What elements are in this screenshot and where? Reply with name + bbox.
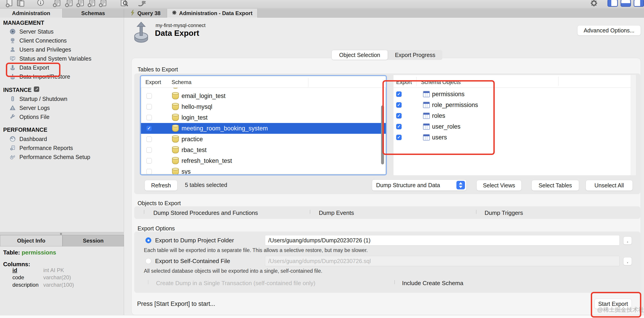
table-row-selected[interactable]: meeting_room_booking_system	[141, 123, 386, 134]
connection-icon[interactable]	[137, 0, 146, 8]
gear-icon[interactable]	[589, 0, 598, 7]
dump-folder-path-input[interactable]: /Users/guang/dumps/Dump20230726 (1)	[265, 235, 620, 245]
schema-name: sys	[182, 168, 191, 174]
export-checkbox[interactable]	[146, 158, 152, 163]
select-tables-button[interactable]: Select Tables	[532, 180, 579, 191]
export-checkbox[interactable]	[396, 102, 402, 108]
table-row[interactable]: email_login_test	[141, 91, 386, 101]
export-checkbox[interactable]	[146, 147, 152, 153]
sidebar-item-performance-schema-setup[interactable]: Performance Schema Setup	[0, 153, 124, 161]
table-row[interactable]: rbac_test	[141, 145, 386, 156]
export-checkbox[interactable]	[146, 169, 152, 174]
create-function-icon[interactable]	[98, 0, 107, 8]
toggle-right-panel-icon[interactable]	[634, 0, 644, 7]
editor-tab-query[interactable]: Query 38	[124, 9, 167, 17]
dump-type-dropdown[interactable]: Dump Structure and Data	[372, 179, 466, 191]
info-icon[interactable]	[36, 0, 45, 8]
new-sql-tab-icon[interactable]	[5, 0, 14, 8]
sidebar-item-server-status[interactable]: Server Status	[0, 27, 124, 36]
columns-label: Columns:	[3, 261, 30, 268]
export-checkbox[interactable]	[396, 113, 402, 119]
table-name: permissions	[22, 249, 56, 256]
column-header-schema-objects: Schema Objects	[421, 79, 461, 85]
table-row[interactable]: sys	[141, 166, 386, 174]
table-row[interactable]: practice	[141, 134, 386, 145]
tab-object-info[interactable]: Object Info	[0, 235, 62, 246]
sidebar-item-startup-shutdown[interactable]: Startup / Shutdown	[0, 94, 124, 103]
splitter-handle[interactable]	[60, 233, 62, 235]
tables-list-header: Export Schema	[141, 76, 386, 88]
dump-stored-procedures-checkbox[interactable]	[144, 210, 144, 214]
schema-object-row[interactable]: users	[394, 132, 636, 143]
table-row[interactable]: login_test	[141, 112, 386, 123]
table-row[interactable]: refresh_token_test	[141, 156, 386, 166]
create-procedure-icon[interactable]	[87, 0, 96, 8]
advanced-options-button[interactable]: Advanced Options...	[577, 25, 641, 36]
sidebar-item-label: Data Export	[20, 64, 49, 71]
objects-to-export-label: Objects to Export	[138, 200, 181, 206]
dump-events-checkbox[interactable]	[310, 210, 310, 214]
export-to-folder-radio[interactable]	[146, 237, 151, 243]
unselect-all-button[interactable]: Unselect All	[586, 180, 633, 191]
play-circle-icon	[10, 28, 16, 35]
sidebar-item-data-import-restore[interactable]: Data Import/Restore	[0, 72, 124, 81]
tab-session[interactable]: Session	[62, 235, 124, 246]
export-checkbox[interactable]	[396, 135, 402, 140]
schema-icon	[172, 93, 179, 99]
schema-objects-scrollbar-track[interactable]	[631, 75, 636, 175]
toggle-bottom-panel-icon[interactable]	[620, 0, 631, 7]
select-views-button[interactable]: Select Views	[476, 180, 522, 191]
sidebar-item-performance-reports[interactable]: Performance Reports	[0, 144, 124, 153]
sidebar-item-users-and-privileges[interactable]: Users and Privileges	[0, 45, 124, 54]
export-checkbox[interactable]	[146, 126, 152, 131]
file-option-note: All selected database objects will be ex…	[144, 268, 322, 274]
sidebar-tab-schemas[interactable]: Schemas	[62, 9, 124, 17]
schema-object-row[interactable]: user_roles	[394, 121, 636, 132]
table-icon	[423, 134, 430, 141]
tables-list[interactable]: email_login_test hello-mysql login_test …	[140, 75, 387, 175]
dump-triggers-checkbox[interactable]	[476, 210, 476, 214]
warning-triangle-icon	[10, 105, 16, 111]
tab-export-progress[interactable]: Export Progress	[388, 50, 442, 60]
sidebar-splitter[interactable]	[0, 232, 124, 235]
refresh-button[interactable]: Refresh	[144, 180, 178, 191]
export-checkbox[interactable]	[146, 93, 152, 99]
open-script-icon[interactable]	[16, 0, 25, 8]
sidebar-item-options-file[interactable]: Options File	[0, 112, 124, 121]
tab-strip: Administration Schemas Query 38 Administ…	[0, 9, 644, 17]
tab-object-selection[interactable]: Object Selection	[332, 50, 388, 60]
sidebar-item-status-system-variables[interactable]: Status and System Variables	[0, 54, 124, 63]
sidebar-item-data-export[interactable]: Data Export	[0, 63, 124, 72]
schema-object-row[interactable]: permissions	[394, 89, 636, 100]
export-checkbox[interactable]	[396, 91, 402, 97]
sidebar-item-dashboard[interactable]: Dashboard	[0, 135, 124, 144]
export-checkbox[interactable]	[146, 137, 152, 142]
sidebar-tab-administration[interactable]: Administration	[0, 9, 62, 17]
dump-file-path-input[interactable]: /Users/guang/dumps/Dump20230726.sql	[265, 256, 620, 266]
checkbox-label: Include Create Schema	[402, 280, 464, 287]
schema-object-row[interactable]: role_permissions	[394, 100, 636, 110]
browse-folder-button[interactable]: .	[623, 236, 632, 245]
create-schema-icon[interactable]	[52, 0, 61, 8]
table-row[interactable]: hello-mysql	[141, 101, 386, 112]
button-label: Refresh	[151, 182, 171, 189]
export-checkbox[interactable]	[146, 104, 152, 110]
single-transaction-checkbox[interactable]	[148, 280, 148, 284]
create-table-icon[interactable]	[64, 0, 74, 8]
browse-file-button[interactable]: .	[623, 257, 632, 265]
export-checkbox[interactable]	[146, 115, 152, 120]
sidebar-item-server-logs[interactable]: Server Logs	[0, 103, 124, 112]
export-to-file-radio[interactable]	[146, 258, 151, 264]
export-checkbox[interactable]	[396, 124, 402, 129]
schema-object-row[interactable]: roles	[394, 110, 636, 121]
create-view-icon[interactable]	[76, 0, 85, 8]
button-label: .	[627, 258, 628, 264]
search-icon[interactable]	[120, 0, 128, 8]
toggle-left-panel-icon[interactable]	[608, 0, 618, 7]
tables-list-scrollbar[interactable]	[381, 105, 384, 164]
sidebar-item-client-connections[interactable]: Client Connections	[0, 36, 124, 45]
editor-tab-data-export[interactable]: Administration - Data Export	[167, 9, 258, 17]
include-create-schema-checkbox[interactable]	[394, 280, 395, 284]
folder-option-note: Each table will be exported into a separ…	[144, 247, 368, 253]
radio-label: Export to Self-Contained File	[155, 258, 230, 265]
